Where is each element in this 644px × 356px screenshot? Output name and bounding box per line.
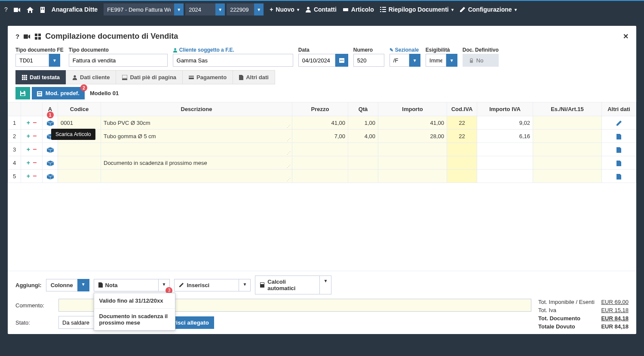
definitivo-button[interactable]: No [463, 54, 499, 67]
download-article-cell[interactable]: Scarica Articolo [43, 130, 58, 143]
docnum-select[interactable]: ▼ [227, 3, 264, 15]
cell-codice[interactable] [58, 156, 101, 170]
add-row-icon[interactable]: + [27, 133, 30, 139]
cell-importo[interactable] [378, 156, 447, 170]
cell-descrizione[interactable]: Tubo PVC Ø 30cm⋰ [101, 116, 292, 130]
cell-descrizione[interactable]: ⋰ [101, 170, 292, 183]
tab-testata[interactable]: Dati testata [15, 70, 66, 84]
inserisci-button[interactable]: Inserisci ▼ [174, 279, 251, 291]
cell-qta[interactable] [348, 156, 378, 170]
cell-prezzo[interactable]: 7,00 [292, 130, 348, 143]
save-button[interactable] [15, 87, 30, 99]
box-icon[interactable] [47, 159, 54, 166]
year-input[interactable] [185, 3, 215, 15]
cell-descrizione[interactable]: Documento in scadenza il prossimo mese⋰ [101, 156, 292, 170]
grid-icon[interactable] [35, 32, 41, 41]
cell-qta[interactable]: 4,00 [348, 130, 378, 143]
cell-importo[interactable]: 28,00 [378, 130, 447, 143]
remove-row-icon[interactable]: − [33, 145, 37, 153]
chevron-down-icon[interactable]: ▼ [77, 279, 89, 291]
cell-codiva[interactable] [447, 170, 477, 183]
add-row-icon[interactable]: + [27, 173, 30, 180]
cell-altri[interactable] [602, 170, 636, 183]
cell-codice[interactable] [58, 143, 101, 156]
resize-handle[interactable]: ⋰ [287, 151, 291, 155]
cliente-input[interactable] [173, 54, 293, 67]
edit-icon[interactable] [616, 120, 622, 126]
esigibilita-input[interactable] [426, 54, 446, 67]
numero-input[interactable] [353, 54, 384, 67]
edit-icon[interactable]: ✎ [389, 47, 393, 53]
docnum-input[interactable] [227, 3, 254, 15]
cell-altri[interactable] [602, 130, 636, 143]
download-article-cell[interactable] [43, 116, 58, 130]
data-input[interactable] [298, 54, 335, 67]
tot-imponibile[interactable]: EUR 69,00 [601, 299, 629, 305]
resize-handle[interactable]: ⋰ [287, 138, 291, 142]
nota-item-0[interactable]: Valido fino al 31/12/20xx [94, 293, 175, 308]
cell-prezzo[interactable] [292, 143, 348, 156]
help-icon[interactable]: ? [4, 6, 8, 13]
tab-cliente[interactable]: Dati cliente [66, 70, 116, 84]
cell-esni[interactable] [533, 116, 602, 130]
cell-codiva[interactable]: 22 [447, 116, 477, 130]
chevron-down-icon[interactable]: ▼ [409, 54, 420, 67]
resize-handle[interactable]: ⋰ [287, 178, 291, 182]
add-row-icon[interactable]: + [27, 159, 30, 166]
calendar-icon[interactable] [335, 54, 348, 67]
box-icon[interactable] [47, 146, 54, 153]
tipo-doc-fe-input[interactable] [15, 54, 49, 67]
year-select[interactable]: ▼ [185, 3, 225, 15]
tab-piedi[interactable]: Dati piè di pagina [116, 70, 183, 84]
chevron-down-icon[interactable]: ▼ [215, 3, 225, 15]
box-icon[interactable] [47, 119, 54, 126]
cell-codiva[interactable] [447, 143, 477, 156]
chevron-down-icon[interactable]: ▼ [319, 276, 331, 294]
remove-row-icon[interactable]: − [33, 119, 37, 127]
file-icon[interactable] [616, 173, 621, 180]
remove-row-icon[interactable]: − [33, 159, 37, 167]
cell-codiva[interactable]: 22 [447, 130, 477, 143]
close-icon[interactable]: ✕ [623, 32, 629, 40]
cell-altri[interactable] [602, 156, 636, 170]
cell-altri[interactable] [602, 116, 636, 130]
cell-codiva[interactable] [447, 156, 477, 170]
resize-handle[interactable]: ⋰ [287, 164, 291, 169]
video-icon[interactable] [24, 32, 31, 41]
chevron-down-icon[interactable]: ▼ [254, 3, 264, 15]
help-icon[interactable]: ? [15, 33, 19, 40]
cell-esni[interactable] [533, 130, 602, 143]
tot-iva[interactable]: EUR 15,18 [601, 307, 629, 313]
calcoli-button[interactable]: Calcoli automatici ▼ [255, 276, 331, 294]
box-icon[interactable] [47, 173, 54, 180]
cell-qta[interactable] [348, 143, 378, 156]
remove-row-icon[interactable]: − [33, 172, 37, 180]
nav-riepilogo[interactable]: Riepilogo Documenti ▾ [380, 6, 454, 13]
tipo-doc-input[interactable] [69, 54, 168, 67]
nota-item-1[interactable]: Documento in scadenza il prossimo mese [94, 308, 175, 330]
colonne-button[interactable]: Colonne ▼ [46, 279, 89, 291]
company-input[interactable] [104, 3, 174, 15]
download-article-cell[interactable] [43, 170, 58, 183]
cell-descrizione[interactable]: Tubo gomma Ø 5 cm⋰ [101, 130, 292, 143]
cell-descrizione[interactable]: ⋰ [101, 143, 292, 156]
home-icon[interactable] [27, 6, 34, 13]
add-row-icon[interactable]: + [27, 146, 30, 153]
cell-prezzo[interactable] [292, 170, 348, 183]
cell-importo[interactable]: 41,00 [378, 116, 447, 130]
file-icon[interactable] [616, 133, 621, 139]
nav-config[interactable]: Configurazione ▾ [460, 6, 517, 13]
nav-articolo[interactable]: Articolo [343, 6, 374, 13]
tot-documento[interactable]: EUR 84,18 [601, 315, 629, 322]
chevron-down-icon[interactable]: ▼ [174, 3, 184, 15]
nav-nuovo[interactable]: + Nuovo ▾ [270, 6, 299, 13]
cell-qta[interactable] [348, 170, 378, 183]
add-row-icon[interactable]: + [27, 119, 30, 126]
cell-prezzo[interactable] [292, 156, 348, 170]
remove-row-icon[interactable]: − [33, 132, 37, 140]
company-select[interactable]: ▼ [104, 3, 184, 15]
file-icon[interactable] [616, 160, 621, 166]
cell-codice[interactable]: 0001 [58, 116, 101, 130]
cell-esni[interactable] [533, 156, 602, 170]
download-article-cell[interactable] [43, 156, 58, 170]
